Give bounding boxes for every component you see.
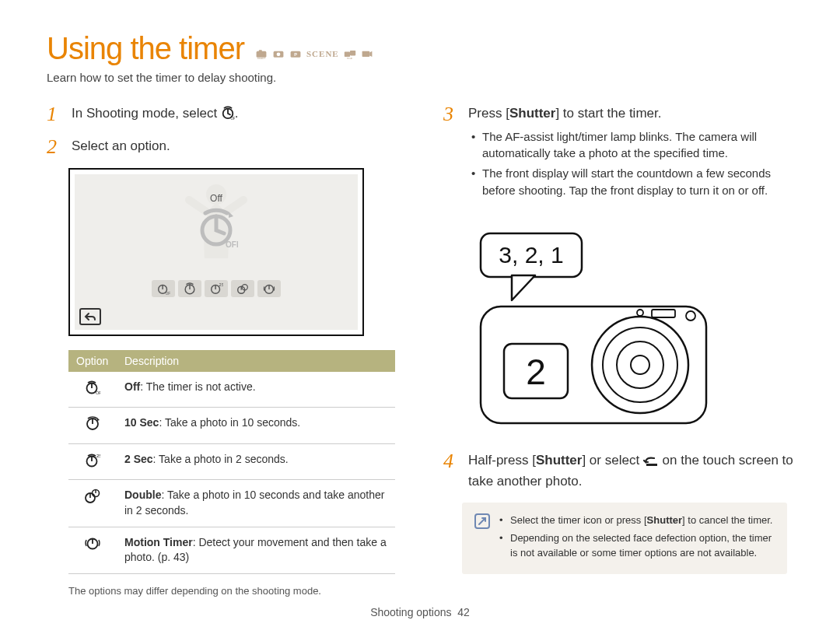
svg-rect-1 <box>259 50 262 51</box>
table-row: 10 Sec: Take a photo in 10 seconds. <box>68 408 395 444</box>
svg-rect-0 <box>257 51 267 58</box>
timer-10-icon <box>68 408 117 444</box>
lcd-opt-2: 2S <box>205 280 228 297</box>
motion-timer-icon <box>68 527 117 573</box>
svg-text:OFF: OFF <box>96 391 100 395</box>
right-column: 3 Press [Shutter] to start the timer. Th… <box>443 104 793 597</box>
step-1-text: In Shooting mode, select OFF . <box>72 104 239 126</box>
movie-icon <box>361 48 373 59</box>
svg-text:SMART: SMART <box>257 58 265 59</box>
lcd-opt-off: OFF <box>152 280 175 297</box>
timer-double-icon <box>68 480 117 527</box>
option-description: 10 Sec: Take a photo in 10 seconds. <box>117 408 395 444</box>
svg-rect-7 <box>344 52 349 57</box>
svg-text:2S: 2S <box>96 454 100 458</box>
lcd-opt-double <box>231 280 254 297</box>
note-box: Select the timer icon or press [Shutter]… <box>462 503 787 575</box>
option-description: 2 Sec: Take a photo in 2 seconds. <box>117 443 395 480</box>
svg-text:OFF: OFF <box>230 117 234 120</box>
table-row: Double: Take a photo in 10 seconds and t… <box>68 480 395 527</box>
options-table: Option Description OFFOff: The timer is … <box>68 350 395 574</box>
table-row: 2S2 Sec: Take a photo in 2 seconds. <box>68 443 395 480</box>
timer-off-icon: OFF <box>68 372 117 408</box>
scene-icon: SCENE <box>306 49 339 58</box>
step-2-text: Select an option. <box>72 137 170 156</box>
options-header-description: Description <box>117 350 395 372</box>
svg-text:P: P <box>294 52 297 57</box>
lcd-off-label: Off <box>210 193 222 204</box>
table-row: Motion Timer: Detect your movement and t… <box>68 527 395 573</box>
lcd-opt-motion <box>257 280 281 297</box>
option-description: Double: Take a photo in 10 seconds and t… <box>117 480 395 527</box>
svg-point-4 <box>277 52 281 56</box>
back-curved-arrow-icon <box>643 454 659 473</box>
option-description: Motion Timer: Detect your movement and t… <box>117 527 395 573</box>
camera-icon <box>272 48 285 59</box>
step-4-text: Half-press [Shutter] or select on the to… <box>468 451 793 492</box>
smart-auto-icon: SMART <box>255 48 268 59</box>
page-footer: Shooting options 42 <box>0 606 840 618</box>
timer-off-icon: OFF <box>221 106 235 126</box>
options-footnote: The options may differ depending on the … <box>68 585 397 597</box>
svg-text:2S: 2S <box>219 282 223 287</box>
svg-text:OFF: OFF <box>226 240 238 249</box>
camera-illustration: 3, 2, 1 2 <box>465 229 793 431</box>
lcd-back-button <box>79 308 101 325</box>
svg-rect-10 <box>362 51 369 57</box>
options-header-option: Option <box>68 350 117 372</box>
svg-marker-15 <box>229 212 233 218</box>
lcd-opt-10 <box>178 280 201 297</box>
front-display-text: 2 <box>526 352 546 392</box>
note-item-1: Select the timer icon or press [Shutter]… <box>499 513 775 528</box>
step-3-bullets: The AF-assist light/timer lamp blinks. T… <box>468 128 793 199</box>
svg-point-39 <box>631 356 649 374</box>
countdown-bubble-text: 3, 2, 1 <box>499 242 563 268</box>
svg-text:DUAL: DUAL <box>346 58 353 59</box>
dual-icon: DUAL <box>344 48 356 59</box>
mode-icons-row: SMART P SCENE DUAL <box>255 48 373 59</box>
step-number-4: 4 <box>443 451 457 471</box>
camera-p-icon: P <box>289 48 302 59</box>
option-description: Off: The timer is not active. <box>117 372 395 408</box>
lcd-illustration: Off OFF OFF 2S <box>68 168 364 336</box>
step-number-1: 1 <box>47 104 61 124</box>
lcd-big-timer-icon: OFF <box>194 207 238 254</box>
table-row: OFFOff: The timer is not active. <box>68 372 395 408</box>
note-item-2: Depending on the selected face defection… <box>499 531 775 561</box>
note-icon <box>474 513 490 529</box>
step-number-3: 3 <box>443 104 457 124</box>
page-title: Using the timer <box>47 31 244 66</box>
left-column: 1 In Shooting mode, select OFF . 2 Selec… <box>47 104 397 597</box>
timer-2-icon: 2S <box>68 443 117 480</box>
svg-rect-8 <box>350 51 355 55</box>
step-3-text: Press [Shutter] to start the timer. <box>468 104 793 124</box>
svg-marker-28 <box>97 418 100 421</box>
svg-text:OFF: OFF <box>166 292 170 296</box>
step-number-2: 2 <box>47 137 61 157</box>
page-subtitle: Learn how to set the timer to delay shoo… <box>47 71 793 84</box>
